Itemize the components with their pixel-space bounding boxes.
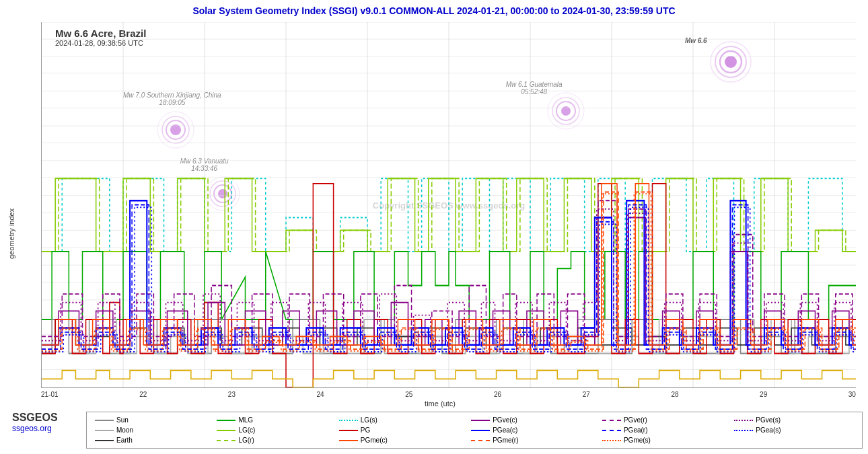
legend-lgc-line — [217, 430, 236, 431]
bottom-section: SSGEOS ssgeos.org Sun MLG LG(s) PGve(c) — [5, 412, 863, 449]
legend-lgc-label: LG(c) — [238, 426, 255, 434]
legend-pgmer-label: PGme(r) — [493, 437, 518, 444]
legend-moon-line — [95, 430, 114, 431]
legend-pgves-line — [734, 420, 753, 421]
chart-area: Mw 6.6 Acre, Brazil 2024-01-28, 09:38:56… — [17, 19, 863, 408]
main-container: Solar System Geometry Index (SSGI) v9.0.… — [0, 0, 868, 454]
legend-pgear-label: PGea(r) — [624, 426, 648, 434]
x-tick-24: 24 — [317, 391, 324, 398]
legend-lgs-line — [339, 420, 358, 421]
x-tick-29: 29 — [760, 391, 767, 398]
legend-earth-line — [95, 440, 114, 441]
legend-moon-label: Moon — [116, 426, 133, 434]
legend-box: Sun MLG LG(s) PGve(c) PGve(r) PGve(s) — [86, 412, 863, 449]
legend-pgeas: PGea(s) — [734, 426, 854, 434]
legend-pgver-line — [602, 420, 621, 421]
legend-pgvec-label: PGve(c) — [493, 416, 517, 424]
legend-pgmer-line — [471, 440, 490, 441]
legend-lgs: LG(s) — [339, 416, 460, 424]
y-axis-label: geometry index — [5, 19, 17, 408]
legend-pg: PG — [339, 426, 460, 434]
legend-pgmes: PGme(s) — [602, 437, 723, 444]
legend-spacer — [734, 437, 854, 444]
x-tick-30: 30 — [848, 391, 856, 398]
legend-pgmes-line — [602, 440, 621, 441]
legend-sun-line — [95, 420, 114, 421]
legend-pgvec-line — [471, 420, 490, 421]
legend-pgeac: PGea(c) — [471, 426, 591, 434]
legend-moon: Moon — [95, 426, 206, 434]
ssgeos-title: SSGEOS — [12, 412, 73, 424]
legend-mlg-line — [217, 420, 236, 421]
legend-pgear-line — [602, 430, 621, 431]
legend-lgs-label: LG(s) — [361, 416, 377, 424]
legend-pgeas-label: PGea(s) — [756, 426, 781, 434]
x-tick-28: 28 — [671, 391, 678, 398]
legend-pgver: PGve(r) — [602, 416, 723, 424]
legend-pgeac-line — [471, 430, 490, 431]
legend-pgmer: PGme(r) — [471, 437, 591, 444]
legend-pgeas-line — [734, 430, 753, 431]
legend-pgmec: PGme(c) — [339, 437, 460, 444]
x-tick-27: 27 — [583, 391, 590, 398]
ssgeos-info: SSGEOS ssgeos.org — [5, 412, 73, 433]
legend-mlg-label: MLG — [238, 416, 253, 424]
x-axis: 21-01 22 23 24 25 26 27 28 29 30 — [41, 388, 856, 398]
legend-pgvec: PGve(c) — [471, 416, 591, 424]
legend-lgr-label: LG(r) — [238, 437, 254, 444]
legend-lgr: LG(r) — [217, 437, 328, 444]
legend-pgeac-label: PGea(c) — [493, 426, 517, 434]
plot-area: Mw 6.6 Acre, Brazil 2024-01-28, 09:38:56… — [41, 22, 856, 388]
legend-pgves: PGve(s) — [734, 416, 854, 424]
legend-pgmec-label: PGme(c) — [361, 437, 388, 444]
legend-lgc: LG(c) — [217, 426, 328, 434]
legend-earth: Earth — [95, 437, 206, 444]
legend-pgves-label: PGve(s) — [756, 416, 781, 424]
legend-pgmes-label: PGme(s) — [624, 437, 651, 444]
legend-pgver-label: PGve(r) — [624, 416, 647, 424]
chart-wrapper: geometry index Mw 6.6 Acre, Brazil 2024-… — [5, 19, 863, 408]
legend-mlg: MLG — [217, 416, 328, 424]
legend-sun-label: Sun — [116, 416, 129, 424]
legend-pg-label: PG — [361, 426, 370, 434]
legend-pg-line — [339, 430, 358, 431]
ssgeos-url: ssgeos.org — [12, 424, 73, 433]
x-tick-23: 23 — [228, 391, 236, 398]
legend-pgear: PGea(r) — [602, 426, 723, 434]
x-tick-26: 26 — [494, 391, 501, 398]
x-tick-25: 25 — [405, 391, 412, 398]
chart-title: Solar System Geometry Index (SSGI) v9.0.… — [5, 5, 863, 16]
chart-svg — [42, 22, 856, 387]
legend-earth-label: Earth — [116, 437, 133, 444]
x-axis-label: time (utc) — [17, 400, 863, 408]
legend-lgr-line — [217, 440, 236, 441]
legend-sun: Sun — [95, 416, 206, 424]
legend-pgmec-line — [339, 440, 358, 441]
x-tick-22: 22 — [139, 391, 147, 398]
x-tick-21: 21-01 — [41, 391, 59, 398]
